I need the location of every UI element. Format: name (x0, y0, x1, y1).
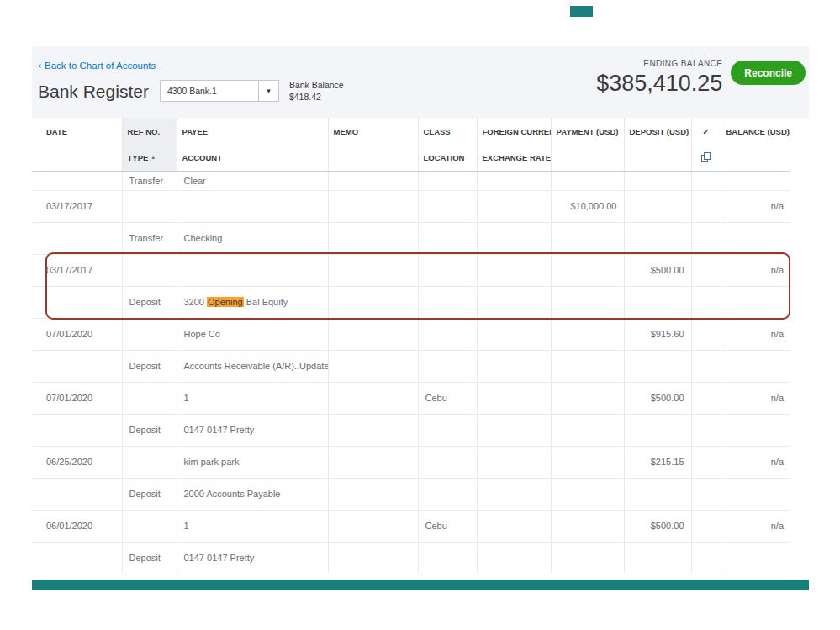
cell-empty[interactable] (551, 478, 624, 510)
cell-check[interactable] (691, 510, 721, 542)
cell-payee[interactable] (177, 190, 328, 222)
cell-type[interactable]: Deposit (122, 542, 177, 574)
cell-empty[interactable] (477, 286, 551, 318)
cell-date[interactable]: 07/01/2020 (32, 318, 122, 350)
cell-payee[interactable] (177, 254, 328, 286)
cell-empty[interactable] (551, 172, 624, 190)
cell-memo[interactable] (328, 446, 418, 478)
chevron-down-icon[interactable]: ▾ (258, 81, 278, 101)
cell-empty[interactable] (624, 542, 691, 574)
cell-balance[interactable]: n/a (721, 382, 790, 414)
cell-empty[interactable] (624, 414, 691, 446)
register-row-line2[interactable]: Deposit3200 Opening Bal Equity (32, 286, 790, 318)
col-header-foreign-currency[interactable]: FOREIGN CURRENCY (477, 118, 551, 145)
cell-payment[interactable] (551, 382, 624, 414)
register-row-line1[interactable]: 06/25/2020kim park park$215.15n/a (32, 446, 790, 478)
cell-empty[interactable] (418, 478, 477, 510)
cell-empty[interactable] (32, 222, 122, 254)
cell-balance[interactable]: n/a (721, 318, 790, 350)
cell-account[interactable]: Checking (177, 222, 328, 254)
col-header-account[interactable]: ACCOUNT (177, 145, 328, 172)
cell-empty[interactable] (418, 286, 477, 318)
col-header-ref-no[interactable]: REF NO. (122, 118, 177, 145)
cell-payee[interactable]: kim park park (177, 446, 328, 478)
cell-payment[interactable]: $10,000.00 (551, 190, 624, 222)
col-header-payment[interactable]: PAYMENT (USD) (551, 118, 624, 145)
cell-account[interactable]: 0147 0147 Pretty (177, 414, 328, 446)
cell-balance[interactable]: n/a (721, 510, 790, 542)
cell-type[interactable]: Deposit (122, 286, 177, 318)
cell-empty[interactable] (328, 542, 418, 574)
cell-empty[interactable] (328, 350, 418, 382)
col-header-payee[interactable]: PAYEE (177, 118, 328, 145)
cell-account[interactable]: Accounts Receivable (A/R)..Updated (177, 350, 328, 382)
cell-payee[interactable]: 1 (177, 382, 328, 414)
col-header-memo[interactable]: MEMO (328, 118, 418, 145)
cell-empty[interactable] (32, 286, 122, 318)
cell-empty[interactable] (721, 172, 790, 190)
cell-empty[interactable] (551, 414, 624, 446)
cell-balance[interactable]: n/a (721, 446, 790, 478)
reconcile-button[interactable]: Reconcile (731, 61, 806, 85)
col-header-cleared-check[interactable]: ✓ (691, 118, 721, 145)
cell-payment[interactable] (551, 446, 624, 478)
register-row-line2[interactable]: TransferChecking (32, 222, 790, 254)
cell-payment[interactable] (551, 318, 624, 350)
cell-empty[interactable] (32, 542, 122, 574)
register-row-line2[interactable]: Deposit2000 Accounts Payable (32, 478, 790, 510)
cell-empty[interactable] (624, 286, 691, 318)
cell-empty[interactable] (32, 172, 122, 190)
cell-check[interactable] (691, 254, 721, 286)
cell-empty[interactable] (721, 222, 790, 254)
cell-payee[interactable]: Hope Co (177, 318, 328, 350)
cell-empty[interactable] (624, 350, 691, 382)
cell-empty[interactable] (477, 350, 551, 382)
cell-balance[interactable]: n/a (721, 254, 790, 286)
cell-balance[interactable]: n/a (721, 190, 790, 222)
col-header-class[interactable]: CLASS (418, 118, 477, 145)
cell-memo[interactable] (328, 254, 418, 286)
cell-ref[interactable] (122, 190, 177, 222)
cell-empty[interactable] (691, 414, 721, 446)
cell-empty[interactable] (721, 350, 790, 382)
col-header-location[interactable]: LOCATION (418, 145, 477, 172)
account-selector-dropdown[interactable]: 4300 Bank.1 ▾ (160, 80, 279, 102)
cell-empty[interactable] (721, 414, 790, 446)
cell-deposit[interactable]: $915.60 (624, 318, 691, 350)
cell-account[interactable]: 0147 0147 Pretty (177, 542, 328, 574)
cell-date[interactable]: 07/01/2020 (32, 382, 122, 414)
cell-account[interactable]: Clear (177, 172, 328, 190)
cell-empty[interactable] (32, 414, 122, 446)
cell-deposit[interactable]: $500.00 (624, 382, 691, 414)
cell-empty[interactable] (721, 478, 790, 510)
cell-payment[interactable] (551, 510, 624, 542)
cell-empty[interactable] (32, 350, 122, 382)
cell-class[interactable] (418, 446, 477, 478)
register-row-line1[interactable]: 03/17/2017$10,000.00n/a (32, 190, 790, 222)
cell-type[interactable]: Deposit (122, 478, 177, 510)
col-header-date[interactable]: DATE (32, 118, 122, 145)
cell-empty[interactable] (418, 414, 477, 446)
cell-empty[interactable] (418, 350, 477, 382)
cell-type[interactable]: Deposit (122, 414, 177, 446)
cell-memo[interactable] (328, 382, 418, 414)
cell-check[interactable] (691, 382, 721, 414)
cell-fc[interactable] (477, 190, 551, 222)
col-header-type[interactable]: TYPE▲ (122, 145, 177, 172)
cell-class[interactable] (418, 254, 477, 286)
cell-empty[interactable] (477, 172, 551, 190)
cell-date[interactable]: 03/17/2017 (32, 190, 122, 222)
cell-class[interactable] (418, 190, 477, 222)
cell-check[interactable] (691, 318, 721, 350)
cell-empty[interactable] (624, 172, 691, 190)
cell-class[interactable] (418, 318, 477, 350)
register-row-line2[interactable]: TransferClear (32, 172, 790, 190)
cell-check[interactable] (691, 446, 721, 478)
cell-fc[interactable] (477, 510, 551, 542)
register-row-line1[interactable]: 07/01/20201Cebu$500.00n/a (32, 382, 790, 414)
cell-empty[interactable] (328, 478, 418, 510)
cell-empty[interactable] (328, 222, 418, 254)
cell-type[interactable]: Deposit (122, 350, 177, 382)
cell-account[interactable]: 2000 Accounts Payable (177, 478, 328, 510)
cell-deposit[interactable] (624, 190, 691, 222)
